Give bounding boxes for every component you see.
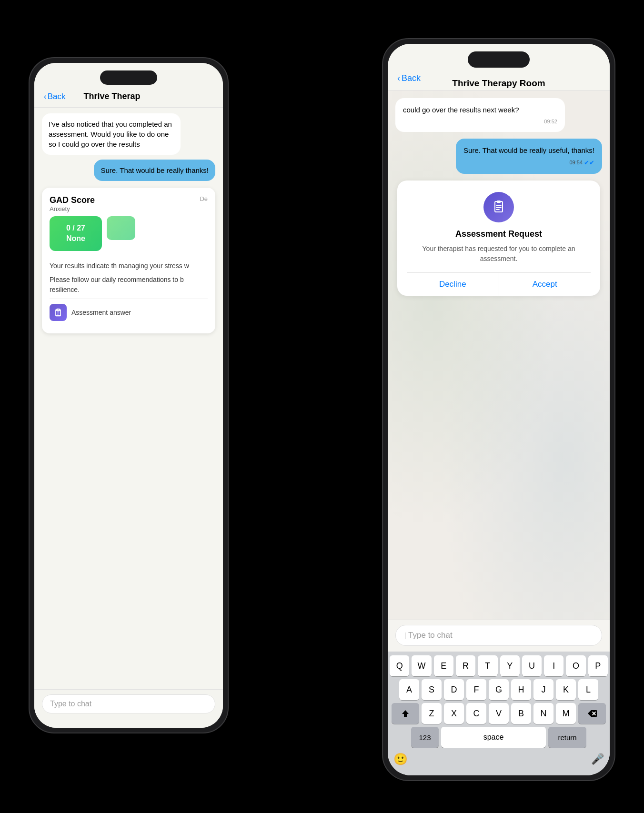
- back-score-value: 0 / 27: [59, 223, 92, 233]
- back-button-back-phone[interactable]: ‹ Back: [44, 92, 65, 101]
- clipboard-icon-back: [50, 304, 67, 321]
- chevron-left-icon-front: ‹: [397, 73, 400, 83]
- key-j[interactable]: J: [533, 679, 553, 700]
- key-w[interactable]: W: [412, 655, 431, 676]
- key-d[interactable]: D: [444, 679, 464, 700]
- score-swatch: [107, 216, 135, 240]
- keyboard-bottom: 🙂 🎤: [388, 750, 610, 775]
- assessment-actions: Decline Accept: [407, 272, 591, 296]
- keyboard-row-1: Q W E R T Y U I O P: [390, 655, 608, 676]
- front-msg-wrapper-left-1: could go over the results next week? 09:…: [395, 98, 602, 132]
- microphone-icon[interactable]: 🎤: [591, 753, 604, 765]
- phone-back-screen: ‹ Back Thrive Therap I've also noticed t…: [34, 63, 223, 728]
- back-chat-area: I've also noticed that you completed an …: [34, 108, 223, 689]
- space-key[interactable]: space: [441, 727, 546, 748]
- front-msg-right-1: Sure. That would be really useful, thank…: [456, 139, 602, 174]
- keyboard-row-2: A S D F G H J K L: [390, 679, 608, 700]
- back-gad-title: GAD Score: [50, 195, 95, 205]
- svg-rect-0: [495, 201, 503, 212]
- phone-back: ‹ Back Thrive Therap I've also noticed t…: [29, 57, 229, 733]
- key-n[interactable]: N: [533, 703, 553, 724]
- back-gad-subtitle: Anxiety: [50, 205, 95, 212]
- back-results-text-2: Please follow our daily recommendations …: [50, 275, 208, 295]
- scene: ‹ Back Thrive Therap I've also noticed t…: [0, 0, 644, 813]
- key-a[interactable]: A: [399, 679, 419, 700]
- front-type-to-chat[interactable]: | Type to chat: [395, 625, 602, 646]
- back-msg-right-1: Sure. That would be really thanks!: [94, 160, 215, 181]
- key-p[interactable]: P: [588, 655, 608, 676]
- key-l[interactable]: L: [578, 679, 598, 700]
- back-assessment-item: Assessment answer: [50, 299, 208, 326]
- return-key[interactable]: return: [548, 727, 586, 748]
- keyboard-row-4: 123 space return: [390, 727, 608, 748]
- assessment-request-desc: Your therapist has requested for you to …: [407, 244, 591, 264]
- front-msg-left-1: could go over the results next week? 09:…: [395, 98, 565, 132]
- key-t[interactable]: T: [478, 655, 497, 676]
- front-msg-left-1-text: could go over the results next week?: [403, 106, 519, 114]
- back-gad-right: De: [200, 195, 208, 202]
- back-score-badge: 0 / 27 None: [50, 216, 102, 251]
- key-u[interactable]: U: [522, 655, 542, 676]
- back-divider-1: [50, 256, 208, 256]
- key-c[interactable]: C: [466, 703, 486, 724]
- accept-button[interactable]: Accept: [499, 273, 591, 296]
- back-assessment-header: GAD Score Anxiety De: [50, 195, 208, 212]
- read-checkmark: ✔✔: [584, 158, 594, 168]
- back-button-front-phone[interactable]: ‹ Back: [397, 73, 421, 83]
- key-m[interactable]: M: [556, 703, 576, 724]
- key-b[interactable]: B: [511, 703, 531, 724]
- front-input-placeholder: Type to chat: [408, 631, 453, 640]
- key-k[interactable]: K: [556, 679, 576, 700]
- assessment-request-card: Assessment Request Your therapist has re…: [397, 181, 600, 296]
- back-msg-left-1-text: I've also noticed that you completed an …: [49, 120, 172, 148]
- phone-front-screen: ‹ Back Thrive Therapy Room could go over…: [388, 44, 610, 775]
- keyboard-row-3: Z X C V B N M: [390, 703, 608, 724]
- back-assessment-card: GAD Score Anxiety De 0 / 27 None: [42, 188, 215, 333]
- notch-front: [468, 51, 530, 68]
- chevron-left-icon: ‹: [44, 92, 47, 101]
- assessment-request-icon: [483, 192, 514, 222]
- decline-button[interactable]: Decline: [407, 273, 499, 296]
- key-r[interactable]: R: [456, 655, 475, 676]
- emoji-icon[interactable]: 🙂: [393, 753, 408, 766]
- front-chat-input: | Type to chat: [388, 620, 610, 652]
- back-score-level: None: [59, 233, 92, 244]
- key-x[interactable]: X: [444, 703, 464, 724]
- back-phone-header: ‹ Back Thrive Therap: [34, 63, 223, 108]
- front-msg-right-1-text: Sure. That would be really useful, thank…: [463, 146, 594, 154]
- key-i[interactable]: I: [544, 655, 564, 676]
- key-s[interactable]: S: [422, 679, 442, 700]
- assessment-request-title: Assessment Request: [407, 229, 591, 239]
- back-msg-right-1-text: Sure. That would be really thanks!: [101, 166, 209, 174]
- notch-back: [100, 70, 157, 85]
- front-chat-area: could go over the results next week? 09:…: [388, 90, 610, 620]
- back-assessment-item-label: Assessment answer: [71, 309, 131, 316]
- shift-key[interactable]: [392, 703, 419, 724]
- key-g[interactable]: G: [489, 679, 509, 700]
- keyboard: Q W E R T Y U I O P A S D F G: [388, 652, 610, 750]
- key-e[interactable]: E: [434, 655, 453, 676]
- front-msg-left-1-timestamp: 09:52: [403, 118, 557, 126]
- key-o[interactable]: O: [566, 655, 585, 676]
- phone-front: ‹ Back Thrive Therapy Room could go over…: [382, 38, 615, 781]
- key-q[interactable]: Q: [390, 655, 409, 676]
- numbers-key[interactable]: 123: [411, 727, 439, 748]
- back-label-back-phone: Back: [48, 92, 66, 101]
- front-msg-wrapper-right-1: Sure. That would be really useful, thank…: [395, 139, 602, 174]
- back-label-front-phone: Back: [402, 73, 421, 83]
- svg-rect-1: [497, 201, 501, 203]
- key-f[interactable]: F: [466, 679, 486, 700]
- front-msg-right-1-timestamp: 09:54 ✔✔: [463, 158, 594, 168]
- key-z[interactable]: Z: [422, 703, 442, 724]
- back-results-text-1: Your results indicate th managing your s…: [50, 261, 208, 271]
- back-chat-input: Type to chat: [34, 689, 223, 728]
- key-y[interactable]: Y: [500, 655, 520, 676]
- score-row: 0 / 27 None: [50, 216, 208, 251]
- delete-key[interactable]: [578, 703, 606, 724]
- key-v[interactable]: V: [489, 703, 509, 724]
- back-msg-left-1: I've also noticed that you completed an …: [42, 113, 181, 155]
- back-phone-title: Thrive Therap: [83, 91, 140, 101]
- front-phone-title: Thrive Therapy Room: [452, 78, 545, 89]
- key-h[interactable]: H: [511, 679, 531, 700]
- back-type-to-chat[interactable]: Type to chat: [42, 694, 215, 713]
